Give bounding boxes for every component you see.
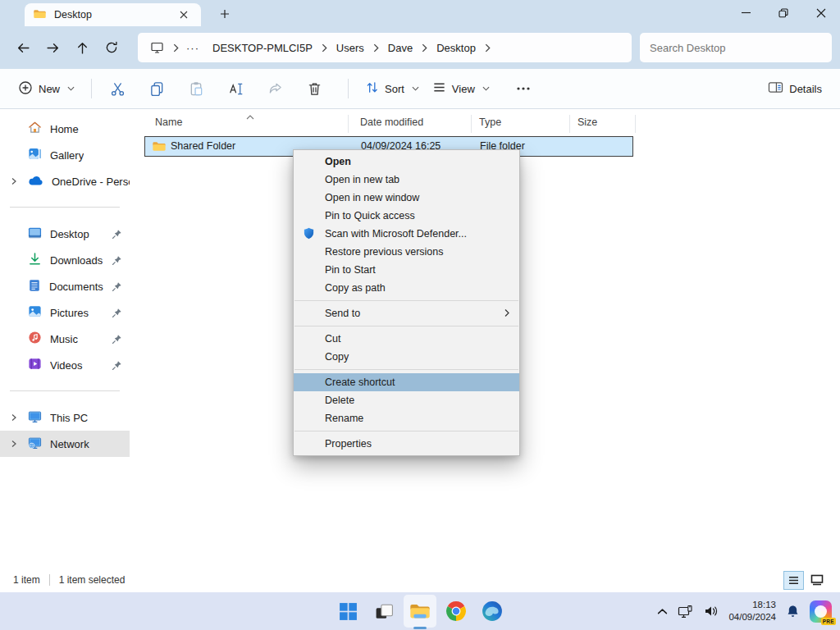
chevron-right-icon[interactable] — [171, 43, 180, 52]
tray-chevron-up-icon[interactable] — [657, 608, 668, 615]
start-button[interactable] — [331, 595, 364, 628]
sort-button[interactable]: Sort — [358, 75, 426, 102]
view-button[interactable]: View — [426, 75, 496, 102]
more-options-button[interactable] — [508, 75, 539, 103]
column-header-size[interactable]: Size — [578, 116, 597, 128]
sidebar-item-home[interactable]: Home — [0, 116, 130, 142]
context-menu: Open Open in new tab Open in new window … — [293, 149, 520, 456]
menu-item-open-in-new-window[interactable]: Open in new window — [294, 189, 519, 207]
details-view-toggle[interactable] — [783, 571, 804, 590]
menu-item-restore-previous-versions[interactable]: Restore previous versions — [294, 243, 519, 261]
chrome-taskbar-icon[interactable] — [440, 595, 472, 628]
refresh-button[interactable] — [97, 34, 126, 62]
sidebar-item-label: Pictures — [50, 307, 89, 319]
forward-button[interactable] — [38, 34, 67, 62]
menu-item-properties[interactable]: Properties — [294, 435, 519, 453]
file-explorer-taskbar-icon[interactable] — [404, 595, 436, 628]
explorer-tab[interactable]: Desktop — [25, 3, 201, 26]
sort-ascending-icon[interactable] — [246, 111, 254, 122]
copy-button[interactable] — [141, 75, 172, 103]
menu-item-copy-as-path[interactable]: Copy as path — [294, 279, 519, 297]
up-button[interactable] — [67, 34, 97, 62]
chevron-right-icon[interactable] — [10, 177, 18, 185]
sort-button-label: Sort — [385, 83, 404, 95]
sidebar-item-pictures[interactable]: Pictures — [0, 299, 130, 326]
window-chrome: Desktop ··· DESKTOP-PMLCI5P Users — [0, 0, 840, 69]
column-header-type[interactable]: Type — [479, 116, 501, 128]
notifications-bell-icon[interactable] — [786, 605, 800, 619]
cut-button[interactable] — [102, 75, 133, 103]
breadcrumb-segment-users[interactable]: Users — [329, 36, 372, 59]
sidebar-item-onedrive[interactable]: OneDrive - Persona — [0, 168, 130, 194]
task-view-button[interactable] — [368, 595, 400, 628]
folder-icon — [152, 140, 167, 155]
monitor-icon[interactable] — [143, 36, 171, 59]
menu-item-pin-to-start[interactable]: Pin to Start — [294, 261, 519, 279]
sidebar-item-gallery[interactable]: Gallery — [0, 142, 130, 168]
menu-item-create-shortcut[interactable]: Create shortcut — [294, 373, 519, 391]
chevron-right-icon[interactable] — [483, 43, 492, 52]
menu-item-cut[interactable]: Cut — [294, 330, 519, 348]
back-button[interactable] — [8, 34, 38, 62]
chevron-down-icon — [67, 86, 75, 91]
column-divider[interactable] — [471, 115, 472, 133]
menu-item-pin-to-quick-access[interactable]: Pin to Quick access — [294, 207, 519, 225]
sort-arrows-icon — [365, 80, 379, 97]
chevron-right-icon[interactable] — [10, 440, 18, 448]
restore-button[interactable] — [765, 0, 802, 25]
clock-time: 18:13 — [728, 599, 776, 611]
chevron-right-icon[interactable] — [420, 43, 429, 52]
menu-item-send-to[interactable]: Send to — [294, 304, 519, 322]
plus-circle-icon — [18, 80, 33, 98]
column-header-name[interactable]: Name — [155, 116, 182, 128]
sidebar-item-music[interactable]: Music — [0, 326, 130, 352]
menu-item-delete[interactable]: Delete — [294, 391, 519, 409]
delete-button[interactable] — [299, 75, 330, 103]
new-button[interactable]: New — [11, 75, 81, 103]
breadcrumb-segment-dave[interactable]: Dave — [381, 36, 420, 59]
menu-item-open-in-new-tab[interactable]: Open in new tab — [294, 171, 519, 189]
column-header-date-modified[interactable]: Date modified — [360, 116, 423, 128]
paste-button[interactable] — [180, 75, 212, 103]
large-icons-view-toggle[interactable] — [806, 571, 827, 590]
menu-item-copy[interactable]: Copy — [294, 348, 519, 366]
breadcrumb-overflow[interactable]: ··· — [180, 36, 205, 59]
close-button[interactable] — [802, 0, 840, 25]
sidebar-item-label: Music — [50, 333, 78, 345]
sidebar-item-desktop[interactable]: Desktop — [0, 221, 130, 247]
network-tray-icon[interactable] — [678, 605, 693, 619]
new-tab-button[interactable] — [212, 3, 237, 25]
sidebar-item-network[interactable]: Network — [0, 431, 130, 457]
breadcrumb-segment-desktop[interactable]: Desktop — [429, 36, 483, 59]
details-pane-button[interactable]: Details — [761, 75, 829, 102]
sidebar-item-downloads[interactable]: Downloads — [0, 247, 130, 273]
rename-button[interactable] — [220, 75, 251, 103]
sidebar-item-label: Network — [50, 438, 89, 450]
column-divider[interactable] — [348, 115, 349, 133]
sidebar-item-videos[interactable]: Videos — [0, 352, 130, 378]
edge-taskbar-icon[interactable] — [476, 595, 509, 628]
column-divider[interactable] — [635, 115, 636, 133]
videos-icon — [28, 357, 42, 373]
volume-tray-icon[interactable] — [703, 605, 719, 618]
minimize-button[interactable] — [727, 0, 765, 25]
chevron-right-icon[interactable] — [320, 43, 329, 52]
chevron-right-icon[interactable] — [10, 413, 18, 422]
copilot-icon[interactable]: PRE — [810, 600, 832, 623]
sidebar-item-this-pc[interactable]: This PC — [0, 404, 130, 431]
file-name: Shared Folder — [171, 140, 235, 152]
address-row: ··· DESKTOP-PMLCI5P Users Dave Desktop — [0, 26, 840, 69]
sidebar-item-documents[interactable]: Documents — [0, 273, 130, 299]
search-box[interactable] — [640, 33, 832, 62]
chevron-down-icon — [412, 86, 419, 91]
tab-close-icon[interactable] — [175, 6, 193, 24]
menu-item-rename[interactable]: Rename — [294, 409, 519, 427]
breadcrumb-segment-computer[interactable]: DESKTOP-PMLCI5P — [205, 36, 320, 59]
column-divider[interactable] — [569, 115, 570, 133]
share-button[interactable] — [259, 75, 290, 103]
chevron-right-icon[interactable] — [372, 43, 381, 52]
taskbar-clock[interactable]: 18:13 04/09/2024 — [728, 599, 776, 623]
search-input[interactable] — [650, 42, 822, 54]
menu-item-scan-with-defender[interactable]: Scan with Microsoft Defender... — [294, 225, 519, 243]
menu-item-open[interactable]: Open — [294, 153, 519, 171]
